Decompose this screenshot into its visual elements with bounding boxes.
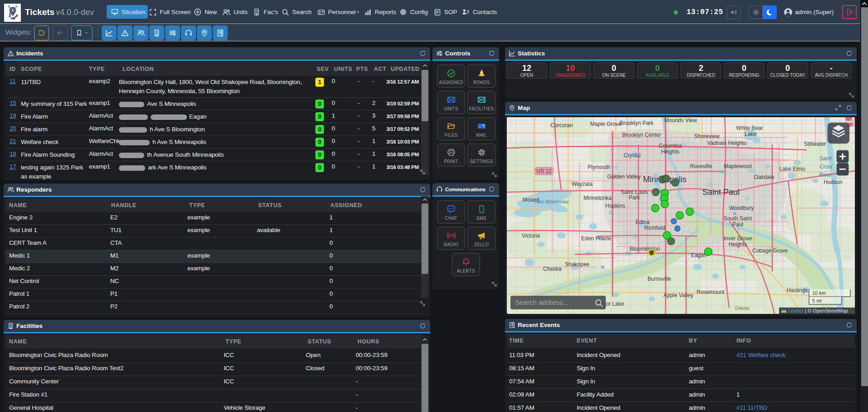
svg-text:Maplewood: Maplewood [724, 163, 751, 169]
svg-text:South Saint: South Saint [724, 215, 752, 222]
svg-text:WI: WI [845, 117, 851, 122]
svg-text:Oakdale: Oakdale [754, 174, 775, 180]
svg-text:Corcoran: Corcoran [550, 122, 573, 129]
svg-text:Search address...: Search address... [515, 298, 569, 306]
svg-text:Burnsville: Burnsville [647, 276, 671, 282]
svg-text:Wayzata: Wayzata [572, 181, 593, 187]
svg-text:5 mi: 5 mi [812, 298, 822, 303]
svg-text:Rosemount: Rosemount [696, 289, 725, 295]
svg-text:Park: Park [629, 194, 641, 201]
svg-text:Roseville: Roseville [690, 163, 712, 169]
svg-text:Saint Paul: Saint Paul [702, 188, 740, 197]
svg-text:Golden Valley: Golden Valley [607, 174, 641, 180]
svg-text:Vadnais Heights: Vadnais Heights [707, 140, 747, 146]
svg-text:Shakopee: Shakopee [565, 261, 589, 268]
svg-text:Chaska: Chaska [543, 266, 562, 272]
svg-text:Paul: Paul [732, 221, 743, 228]
svg-text:Columbia: Columbia [659, 143, 682, 149]
svg-text:Saint: Saint [819, 155, 832, 162]
svg-text:Leaflet: Leaflet [788, 308, 803, 313]
svg-text:Apple Valley: Apple Valley [663, 292, 693, 298]
svg-text:Lake Elmo: Lake Elmo [780, 166, 805, 172]
svg-text:Edina: Edina [636, 219, 650, 225]
svg-text:US 12: US 12 [536, 168, 552, 174]
svg-text:Brooklyn Center: Brooklyn Center [622, 132, 661, 138]
svg-text:10 km: 10 km [812, 290, 826, 296]
svg-text:Dakota: Dakota [735, 306, 750, 311]
svg-text:Brooklyn Park: Brooklyn Park [620, 120, 654, 126]
svg-text:Heights: Heights [661, 149, 680, 155]
svg-text:Eden Prairie: Eden Prairie [581, 235, 611, 242]
svg-text:Inver Grove: Inver Grove [724, 235, 752, 242]
svg-text:Cottage Grove: Cottage Grove [752, 248, 788, 254]
svg-text:Lake Minnetonka: Lake Minnetonka [534, 199, 569, 204]
svg-text:| © OpenStreetMap: | © OpenStreetMap [805, 308, 848, 313]
svg-text:Plymouth: Plymouth [588, 164, 610, 170]
svg-text:Hastings: Hastings [787, 287, 808, 293]
svg-text:Hopkins: Hopkins [605, 203, 625, 209]
svg-text:Mounds View: Mounds View [664, 117, 697, 124]
svg-text:Lake: Lake [745, 131, 756, 137]
svg-text:Stillwater: Stillwater [804, 141, 826, 147]
svg-text:Richfield: Richfield [644, 225, 665, 231]
svg-text:Croix: Croix [819, 164, 833, 170]
svg-text:White Bear: White Bear [736, 125, 763, 131]
svg-text:Shoreview: Shoreview [694, 133, 720, 139]
svg-text:Minnetonka: Minnetonka [584, 195, 612, 201]
svg-text:Eagan: Eagan [691, 252, 707, 258]
svg-text:Heights: Heights [729, 241, 747, 248]
svg-text:Victoria: Victoria [522, 233, 540, 239]
svg-text:Maple Grove: Maple Grove [590, 121, 622, 127]
svg-text:Woodbury: Woodbury [729, 205, 754, 211]
svg-text:Bloomington: Bloomington [630, 246, 660, 252]
svg-text:Hudson: Hudson [824, 179, 842, 185]
svg-text:River: River [819, 172, 832, 178]
